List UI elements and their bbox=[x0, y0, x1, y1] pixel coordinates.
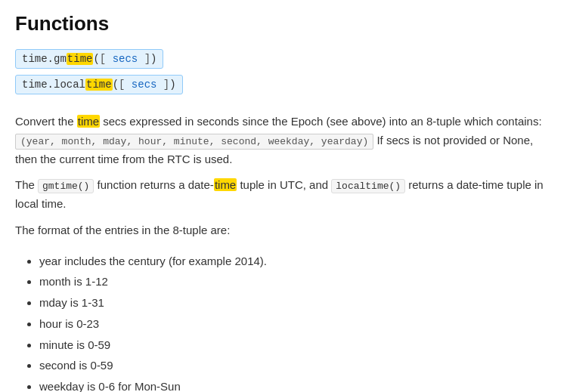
sig1-prefix: time bbox=[22, 53, 48, 65]
sig2-dot: . bbox=[48, 79, 54, 91]
list-item: minute is 0-59 bbox=[39, 335, 555, 356]
para1: Convert the time secs expressed in secon… bbox=[15, 113, 555, 168]
list-item: second is 0-59 bbox=[39, 355, 555, 376]
list-item: year includes the century (for example 2… bbox=[39, 251, 555, 272]
sig1-bracket-close: ] bbox=[138, 53, 150, 65]
signature-gmtime: time.gmtime([ secs ]) bbox=[15, 49, 163, 69]
sig1-dot: . bbox=[48, 53, 54, 65]
sig2-bracket-close: ] bbox=[156, 79, 169, 91]
sig2-paren-close: ) bbox=[169, 79, 175, 91]
sig1-bracket-open: [ bbox=[100, 53, 113, 65]
sig2-bracket-open: [ bbox=[119, 79, 132, 91]
description-section: Convert the time secs expressed in secon… bbox=[15, 113, 555, 240]
signatures-section: time.gmtime([ secs ]) time.localtime([ s… bbox=[15, 49, 555, 100]
sig1-method-hl: time bbox=[67, 53, 94, 65]
para1-before: Convert the bbox=[15, 115, 77, 128]
list-item: hour is 0-23 bbox=[39, 313, 555, 335]
list-item: month is 1-12 bbox=[39, 271, 555, 292]
para2-code2: localtime() bbox=[331, 179, 405, 193]
list-item: weekday is 0-6 for Mon-Sun bbox=[39, 376, 555, 392]
para1-code: (year, month, mday, hour, minute, second… bbox=[15, 134, 373, 150]
page-title: Functions bbox=[15, 12, 555, 35]
sig2-method-pre: local bbox=[54, 79, 85, 91]
para2-code1: gmtime() bbox=[38, 179, 94, 193]
sig2-paren-open: ( bbox=[113, 79, 119, 91]
para2-mid2: tuple in UTC, and bbox=[237, 178, 331, 191]
para3: The format of the entries in the 8-tuple… bbox=[15, 221, 555, 240]
sig2-method-hl: time bbox=[85, 79, 113, 91]
para2-time-highlight: time bbox=[214, 178, 237, 191]
list-item: mday is 1-31 bbox=[39, 292, 555, 313]
signature-localtime: time.localtime([ secs ]) bbox=[15, 75, 183, 94]
sig1-method-pre: gm bbox=[54, 53, 67, 65]
para2-mid1: function returns a date- bbox=[94, 178, 213, 191]
sig1-param: secs bbox=[113, 53, 138, 65]
entries-list: year includes the century (for example 2… bbox=[39, 251, 555, 393]
para1-after-hl: secs expressed in seconds since the Epoc… bbox=[100, 115, 542, 128]
para2-before: The bbox=[15, 178, 38, 191]
sig1-paren-close: ) bbox=[150, 53, 156, 65]
para1-time-highlight: time bbox=[77, 115, 100, 128]
sig1-paren-open: ( bbox=[93, 53, 99, 65]
sig2-prefix: time bbox=[22, 79, 48, 91]
para2: The gmtime() function returns a date-tim… bbox=[15, 176, 555, 214]
sig2-param: secs bbox=[132, 79, 157, 91]
